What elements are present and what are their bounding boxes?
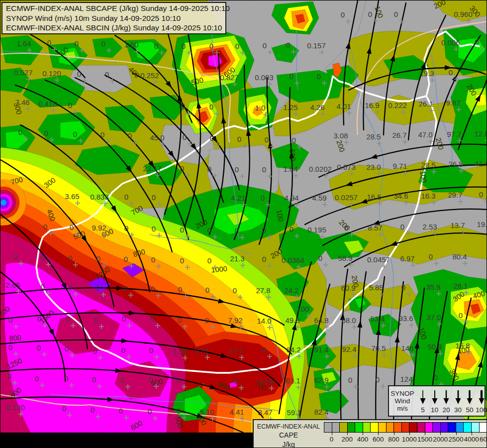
station-value-text: 0 bbox=[121, 346, 125, 354]
cape-tick bbox=[472, 432, 472, 435]
station-value-text: 0 bbox=[68, 283, 72, 292]
wind-legend: SYNOP Wind m/s 510203050100 bbox=[388, 385, 486, 417]
cape-swatch bbox=[417, 423, 425, 432]
station-value-text: 0 bbox=[148, 407, 152, 416]
station-value-text: 0 bbox=[262, 345, 266, 354]
station-value-text: 0 bbox=[263, 41, 267, 50]
cape-tick-label: 400 bbox=[357, 436, 369, 443]
station-value-text: 0 bbox=[66, 315, 70, 323]
station-value-text: 27.8 bbox=[256, 286, 270, 295]
cape-tick bbox=[409, 432, 410, 435]
station-value-text: 19.3 bbox=[419, 69, 434, 78]
station-value-text: 0 bbox=[479, 190, 483, 199]
station-value-text: 0 bbox=[43, 223, 47, 231]
station-value-text: 0 bbox=[124, 224, 128, 232]
cape-legend-title: ECMWF-INDEX-ANAL CAPE J/kg bbox=[254, 420, 323, 448]
station-value-text: 0.157 bbox=[307, 41, 326, 50]
station-value-text: 16.9 bbox=[365, 101, 379, 110]
station-value-text: 26.1 bbox=[418, 100, 433, 108]
station-value-text: 0 bbox=[261, 194, 265, 202]
station-value-text: 7.92 bbox=[228, 316, 242, 325]
station-value-text: 9.87 bbox=[446, 99, 460, 107]
station-value-text: 0 bbox=[47, 38, 51, 47]
station-value-text: 1.0 bbox=[255, 104, 266, 112]
station-value-text: 0.33 bbox=[259, 377, 273, 386]
station-value-text: 16.3 bbox=[421, 192, 435, 200]
station-value-text: 0 bbox=[151, 285, 155, 293]
station-value-text: 0 bbox=[37, 315, 41, 323]
station-value-text: 0 bbox=[101, 39, 105, 48]
station-value-text: 1.60 bbox=[124, 40, 138, 49]
cape-contour-band bbox=[0, 200, 6, 206]
station-value-text: 0 bbox=[124, 193, 128, 201]
station-value-text: 91.4 bbox=[314, 345, 328, 354]
wind-down-arrow-icon bbox=[465, 389, 474, 405]
station-value-text: 0 bbox=[94, 316, 98, 324]
station-value-text: 0 bbox=[178, 285, 182, 294]
cape-tick-label: 600 bbox=[373, 436, 384, 443]
station-value-text: 0 bbox=[292, 136, 296, 144]
station-value-text: 0 bbox=[434, 373, 438, 382]
station-value-text: 0 bbox=[124, 255, 128, 263]
station-value-text: 0 bbox=[152, 193, 156, 202]
station-value-text: 3.65 bbox=[65, 192, 79, 201]
station-value-text: 0 bbox=[207, 256, 211, 265]
station-value-text: 0 bbox=[35, 374, 39, 383]
station-value-text: 97.7 bbox=[447, 130, 461, 138]
map-bottom-mask bbox=[0, 433, 253, 448]
cape-tick bbox=[347, 432, 348, 435]
wind-down-arrow-icon bbox=[430, 389, 439, 405]
station-value-text: 0 bbox=[262, 255, 266, 263]
cape-swatch bbox=[456, 423, 464, 432]
cape-legend: ECMWF-INDEX-ANAL CAPE J/kg 0200400600800… bbox=[253, 419, 487, 448]
station-value-text: 0 bbox=[13, 252, 17, 261]
cape-tick-label: 200 bbox=[342, 436, 353, 443]
station-value-text: 35.9 bbox=[426, 283, 440, 291]
cape-tick-label: 2500 bbox=[448, 436, 463, 443]
station-value-text: 12.8 bbox=[474, 129, 487, 138]
wind-legend-line3: m/s bbox=[397, 405, 408, 412]
station-value-text: 0 bbox=[180, 256, 184, 265]
contour-label: 800 bbox=[9, 334, 22, 342]
station-value-text: 0 bbox=[265, 135, 269, 144]
station-value-text: 8.47 bbox=[258, 408, 272, 417]
station-value-text: 0.827 bbox=[220, 73, 239, 82]
station-value-text: 0 bbox=[317, 72, 321, 81]
station-value-text: 0 bbox=[344, 224, 348, 232]
station-value-text: 68.0 bbox=[341, 316, 356, 325]
station-value-text: 82.4 bbox=[314, 408, 328, 416]
cape-swatch bbox=[480, 423, 487, 432]
station-value-text: 0 bbox=[100, 130, 104, 139]
station-value-text: 0.0364 bbox=[282, 256, 304, 264]
title-sbcape: ECMWF-INDEX-ANAL SBCAPE (J/kg) Sunday 14… bbox=[6, 3, 222, 13]
cape-swatch bbox=[324, 423, 332, 432]
station-value-text: 8.57 bbox=[368, 224, 382, 232]
station-value-text: 0 bbox=[400, 223, 404, 231]
station-value-text: 4.41 bbox=[229, 408, 244, 416]
station-value-text: 0 bbox=[376, 375, 380, 384]
station-value-text: 9.92 bbox=[92, 224, 106, 232]
station-value-text: 0 bbox=[8, 343, 12, 351]
station-value-text: 0 bbox=[41, 253, 45, 262]
station-value-text: 0 bbox=[177, 407, 181, 415]
station-value-text: 0 bbox=[178, 316, 182, 324]
station-value-text: 0 bbox=[181, 102, 185, 111]
station-value-text: 0.833 bbox=[90, 193, 109, 201]
station-value-text: 1.64 bbox=[16, 39, 31, 48]
station-value-text: 0.418 bbox=[38, 100, 57, 108]
station-value-text: 92.4 bbox=[342, 345, 356, 353]
station-value-text: 0 bbox=[41, 282, 45, 291]
station-value-text: 0 bbox=[180, 164, 184, 173]
station-value-text: 24.2 bbox=[284, 286, 298, 295]
station-value-text: 0.0257 bbox=[335, 193, 358, 202]
cape-tick-label: 6000 bbox=[480, 436, 487, 443]
station-value-text: 0 bbox=[149, 375, 153, 384]
wind-speed-label: 100 bbox=[476, 406, 487, 414]
station-value-text: 0 bbox=[209, 103, 213, 111]
wind-speed-label: 20 bbox=[442, 406, 450, 414]
station-value-text: 0 bbox=[262, 226, 266, 234]
station-value-text: 0 bbox=[205, 316, 209, 325]
station-value-text: 34.6 bbox=[393, 192, 408, 200]
cape-colorbar-ticks: 0200400600800100015002000250040006000 bbox=[324, 432, 487, 448]
cape-swatch bbox=[448, 423, 456, 432]
